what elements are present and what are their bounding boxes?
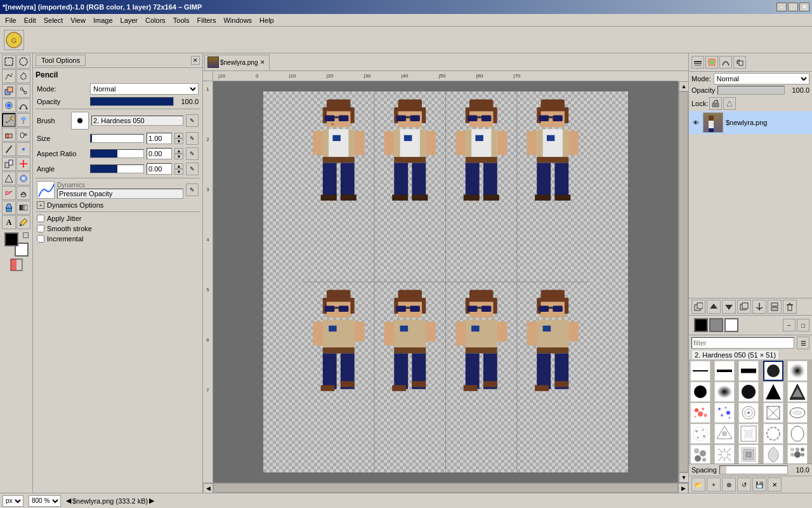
brush-cell-3[interactable] bbox=[738, 361, 759, 381]
brush-cell-6[interactable] bbox=[690, 382, 710, 402]
scroll-thumb-v[interactable] bbox=[679, 91, 688, 472]
scroll-right-button[interactable]: ▶ bbox=[678, 483, 688, 493]
menu-select[interactable]: Select bbox=[40, 16, 67, 25]
brush-cell-7[interactable] bbox=[714, 382, 735, 402]
aspect-ratio-input[interactable] bbox=[147, 148, 172, 159]
mode-select[interactable]: Normal bbox=[90, 83, 199, 95]
tool-pencil[interactable] bbox=[2, 113, 16, 127]
brush-cell-24[interactable] bbox=[763, 444, 783, 464]
layer-duplicate-button[interactable] bbox=[737, 300, 751, 314]
layers-icon[interactable] bbox=[691, 56, 704, 69]
brush-cell-20[interactable] bbox=[787, 424, 808, 444]
brush-cell-12[interactable] bbox=[714, 403, 735, 423]
brush-cell-25[interactable] bbox=[787, 444, 808, 464]
menu-view[interactable]: View bbox=[67, 16, 89, 25]
brush-cell-15[interactable] bbox=[787, 403, 808, 423]
aspect-down-icon[interactable]: ▼ bbox=[174, 154, 183, 159]
tool-paths[interactable] bbox=[16, 98, 30, 112]
panel-close-icon[interactable]: ✕ bbox=[191, 56, 200, 65]
brush-delete-button[interactable]: ✕ bbox=[768, 478, 782, 491]
close-button[interactable]: ✕ bbox=[799, 3, 809, 11]
brush-cell-9[interactable] bbox=[763, 382, 783, 402]
brush-cell-18[interactable] bbox=[738, 424, 759, 444]
tool-mypaint[interactable] bbox=[16, 142, 30, 156]
tool-options-tab[interactable]: Tool Options bbox=[36, 55, 86, 66]
brushes-maximize-icon[interactable]: □ bbox=[797, 319, 809, 331]
menu-file[interactable]: File bbox=[1, 16, 20, 25]
apply-jitter-checkbox[interactable] bbox=[37, 215, 44, 222]
size-spinner[interactable]: ▲ ▼ bbox=[174, 133, 183, 144]
brush-cell-5[interactable] bbox=[787, 361, 808, 381]
brush-cell-1[interactable] bbox=[690, 361, 710, 381]
menu-image[interactable]: Image bbox=[89, 16, 117, 25]
size-up-icon[interactable]: ▲ bbox=[174, 133, 183, 138]
aspect-ratio-slider[interactable] bbox=[90, 149, 144, 158]
tool-smudge[interactable] bbox=[2, 186, 16, 200]
scroll-thumb-h[interactable] bbox=[213, 483, 678, 493]
aspect-edit-button[interactable]: ✎ bbox=[186, 147, 199, 160]
dynamics-edit-button[interactable]: ✎ bbox=[186, 184, 199, 196]
bg-color-swatch[interactable] bbox=[724, 318, 738, 332]
menu-windows[interactable]: Windows bbox=[219, 16, 256, 25]
maximize-button[interactable]: □ bbox=[788, 3, 798, 11]
brush-cell-19[interactable] bbox=[763, 424, 783, 444]
brush-cell-22[interactable] bbox=[714, 444, 735, 464]
brush-edit-button[interactable]: ✎ bbox=[186, 114, 199, 127]
brush-save-button[interactable]: 💾 bbox=[752, 478, 766, 491]
brush-cell-2[interactable] bbox=[714, 361, 735, 381]
scroll-up-button[interactable]: ▲ bbox=[679, 81, 688, 91]
tool-blend[interactable] bbox=[16, 201, 30, 215]
expand-dynamics-icon[interactable]: + bbox=[37, 201, 44, 209]
layer-row[interactable]: 👁 $newlyra.png bbox=[689, 111, 812, 135]
tool-rect-select[interactable] bbox=[2, 55, 16, 69]
scroll-down-button[interactable]: ▼ bbox=[679, 472, 688, 483]
swap-colors[interactable] bbox=[23, 232, 29, 238]
brush-cell-17[interactable] bbox=[714, 424, 735, 444]
angle-spinner[interactable]: ▲ ▼ bbox=[174, 163, 183, 175]
angle-up-icon[interactable]: ▲ bbox=[174, 163, 183, 169]
vertical-scrollbar[interactable]: ▲ ▼ bbox=[678, 81, 688, 483]
layer-merge-button[interactable] bbox=[768, 300, 782, 314]
tool-free-select[interactable] bbox=[2, 69, 16, 83]
menu-layer[interactable]: Layer bbox=[117, 16, 142, 25]
opacity-slider[interactable] bbox=[90, 97, 174, 106]
brush-cell-16[interactable] bbox=[690, 424, 710, 444]
layer-anchor-button[interactable] bbox=[752, 300, 766, 314]
angle-slider[interactable] bbox=[90, 164, 144, 173]
menu-colors[interactable]: Colors bbox=[141, 16, 169, 25]
tool-paintbrush[interactable] bbox=[16, 113, 30, 127]
aspect-up-icon[interactable]: ▲ bbox=[174, 148, 183, 154]
layer-raise-button[interactable] bbox=[707, 300, 721, 314]
unit-select[interactable]: px bbox=[3, 495, 23, 507]
foreground-color[interactable] bbox=[4, 232, 18, 246]
menu-filters[interactable]: Filters bbox=[193, 16, 220, 25]
size-edit-button[interactable]: ✎ bbox=[186, 132, 199, 145]
brush-cell-11[interactable] bbox=[690, 403, 710, 423]
brush-open-button[interactable]: 📂 bbox=[691, 478, 705, 491]
mid-color-swatch[interactable] bbox=[709, 318, 723, 332]
incremental-checkbox[interactable] bbox=[37, 235, 44, 243]
tool-airbrush[interactable] bbox=[16, 128, 30, 142]
tool-scissors[interactable] bbox=[16, 84, 30, 98]
brush-view-toggle[interactable]: ☰ bbox=[797, 337, 809, 349]
brush-cell-10[interactable] bbox=[787, 382, 808, 402]
tool-heal[interactable] bbox=[16, 157, 30, 171]
brush-refresh-button[interactable]: ↺ bbox=[737, 478, 751, 491]
tool-blur-sharpen[interactable] bbox=[16, 171, 30, 185]
lock-pixels-icon[interactable] bbox=[709, 97, 722, 110]
lock-alpha-icon[interactable] bbox=[723, 97, 736, 110]
tool-bucket-fill[interactable] bbox=[2, 201, 16, 215]
size-input[interactable]: 1.00 bbox=[147, 133, 172, 144]
tool-ink[interactable] bbox=[2, 142, 16, 156]
angle-edit-button[interactable]: ✎ bbox=[186, 163, 199, 175]
layer-visibility-icon[interactable]: 👁 bbox=[691, 118, 700, 127]
menu-edit[interactable]: Edit bbox=[20, 16, 40, 25]
undo-history-icon[interactable] bbox=[733, 56, 746, 69]
quick-mask[interactable] bbox=[10, 258, 23, 272]
tool-clone[interactable] bbox=[2, 157, 16, 171]
paths-icon[interactable] bbox=[719, 56, 732, 69]
brush-new-button[interactable]: + bbox=[707, 478, 721, 491]
brush-cell-21[interactable] bbox=[690, 444, 710, 464]
right-mode-select[interactable]: Normal bbox=[714, 73, 809, 84]
tool-foreground-select[interactable] bbox=[2, 98, 16, 112]
